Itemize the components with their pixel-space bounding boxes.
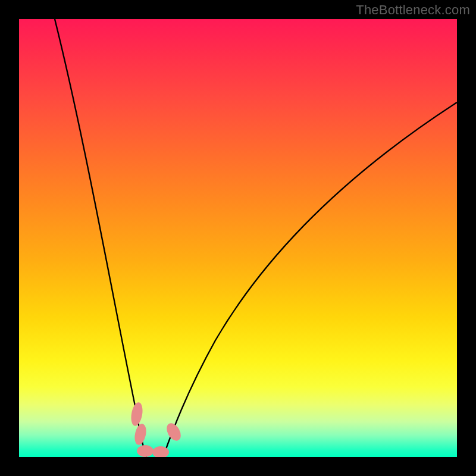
watermark-text: TheBottleneck.com (356, 2, 470, 18)
marker-blob (164, 421, 183, 443)
chart-frame: TheBottleneck.com (0, 0, 476, 476)
marker-blob (133, 423, 148, 446)
marker-blob (130, 402, 145, 427)
curve-right-branch (163, 102, 457, 457)
curve-left-branch (55, 19, 146, 457)
curve-layer (19, 19, 457, 457)
plot-area (19, 19, 457, 457)
marker-blob (137, 445, 154, 457)
marker-group (130, 402, 184, 457)
